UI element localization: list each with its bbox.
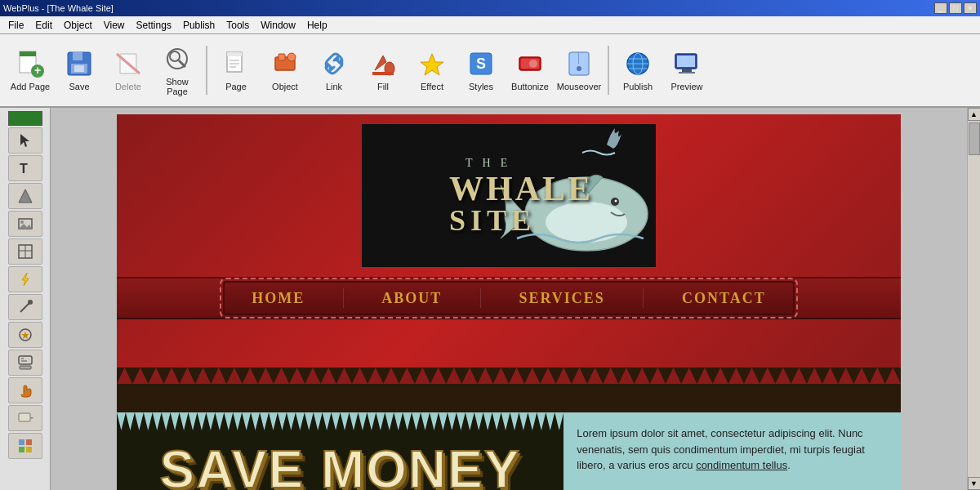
publish-button[interactable]: Publish <box>614 38 662 102</box>
image-tool[interactable] <box>8 211 42 237</box>
scroll-thumb[interactable] <box>969 122 980 155</box>
nav-services[interactable]: SERVICES <box>502 287 621 310</box>
svg-rect-5 <box>73 52 82 60</box>
menu-settings[interactable]: Settings <box>131 18 176 33</box>
nav-contact[interactable]: CONTACT <box>666 287 782 310</box>
toolbar-separator-1 <box>206 46 207 95</box>
mouseover-button[interactable]: Mouseover <box>555 38 603 102</box>
save-button[interactable]: Save <box>56 38 103 102</box>
object-label: Object <box>272 82 298 91</box>
save-money-section: SAVE MONEY <box>117 412 564 490</box>
logo-inner: THE WHALE SITE <box>362 124 656 267</box>
pen-tool[interactable] <box>8 294 42 320</box>
logo-the: THE <box>466 157 517 170</box>
styles-icon: S <box>466 49 496 78</box>
shape-tool[interactable] <box>8 183 42 209</box>
preview-label: Preview <box>670 82 702 91</box>
title-bar-text: WebPlus - [The Whale Site] <box>3 3 114 13</box>
svg-rect-7 <box>74 65 84 72</box>
bottom-content: SAVE MONEY Lorem ipsum dolor sit amet, c… <box>117 412 901 490</box>
minimize-button[interactable]: _ <box>934 2 947 14</box>
label-tool[interactable] <box>8 405 42 431</box>
menu-tools[interactable]: Tools <box>221 18 254 33</box>
effects-tool[interactable] <box>8 322 42 348</box>
page-icon <box>221 49 251 78</box>
buttonize-button[interactable]: Buttonize <box>506 38 554 102</box>
mouseover-icon <box>564 49 594 78</box>
publish-icon <box>623 49 653 78</box>
fill-button[interactable]: Fill <box>359 38 407 102</box>
scroll-down-arrow[interactable]: ▼ <box>968 477 981 490</box>
scroll-up-arrow[interactable]: ▲ <box>968 108 981 121</box>
canvas-area[interactable]: THE WHALE SITE <box>51 108 967 490</box>
nav-bar: HOME ABOUT SERVICES CONTACT <box>117 277 901 319</box>
menu-object[interactable]: Object <box>59 18 97 33</box>
site-header: THE WHALE SITE <box>117 114 901 368</box>
styles-label: Styles <box>469 82 493 91</box>
show-page-label: Show Page <box>156 77 198 96</box>
svg-text:T: T <box>20 162 28 176</box>
menu-edit[interactable]: Edit <box>30 18 57 33</box>
effect-label: Effect <box>421 82 443 91</box>
page-label: Page <box>225 82 247 91</box>
mouseover-label: Mouseover <box>557 82 601 91</box>
nav-divider-2 <box>480 288 481 308</box>
svg-point-11 <box>170 51 180 61</box>
logo-box: THE WHALE SITE <box>362 124 656 267</box>
svg-rect-65 <box>26 447 32 452</box>
logo-whale: WHALE <box>449 172 593 206</box>
show-page-button[interactable]: Show Page <box>154 38 201 102</box>
link-icon <box>319 49 349 78</box>
maximize-button[interactable]: □ <box>949 2 962 14</box>
object-button[interactable]: Object <box>261 38 309 102</box>
nav-home[interactable]: HOME <box>235 287 321 310</box>
color-swatch[interactable] <box>8 111 42 126</box>
left-toolbar: T <box>0 108 51 490</box>
text-tool[interactable]: T <box>8 155 42 181</box>
close-button[interactable]: × <box>964 2 977 14</box>
save-label: Save <box>69 82 89 91</box>
hand-tool[interactable] <box>8 377 42 403</box>
fill-label: Fill <box>377 82 389 91</box>
effect-icon <box>417 49 447 78</box>
preview-icon <box>672 49 702 78</box>
add-page-label: Add Page <box>11 82 50 91</box>
window-controls[interactable]: _ □ × <box>934 2 977 14</box>
svg-marker-46 <box>19 224 32 229</box>
menubar: File Edit Object View Settings Publish T… <box>0 16 980 34</box>
menu-help[interactable]: Help <box>302 18 332 33</box>
delete-button[interactable]: Delete <box>105 38 152 102</box>
buttonize-icon <box>515 49 545 78</box>
svg-rect-60 <box>19 413 30 421</box>
svg-point-52 <box>28 300 33 305</box>
nav-inner[interactable]: HOME ABOUT SERVICES CONTACT <box>223 281 795 315</box>
link-button[interactable]: Link <box>310 38 358 102</box>
page-button[interactable]: Page <box>212 38 260 102</box>
lorem-link[interactable]: condimentum tellus <box>696 459 787 471</box>
nav-tool[interactable] <box>8 350 42 376</box>
save-icon <box>65 49 94 78</box>
svg-rect-14 <box>227 52 242 56</box>
delete-label: Delete <box>115 82 141 91</box>
fill-icon <box>368 49 398 78</box>
select-tool[interactable] <box>8 127 42 154</box>
svg-rect-62 <box>19 439 24 445</box>
add-page-icon: + <box>16 49 45 78</box>
styles-button[interactable]: S Styles <box>457 38 505 102</box>
add-page-button[interactable]: + Add Page <box>7 38 54 102</box>
menu-file[interactable]: File <box>3 18 29 33</box>
flash-tool[interactable] <box>8 266 42 292</box>
svg-point-28 <box>529 60 537 68</box>
effect-button[interactable]: Effect <box>408 38 456 102</box>
preview-button[interactable]: Preview <box>663 38 710 102</box>
menu-view[interactable]: View <box>99 18 130 33</box>
toolbar: + Add Page Save Delete <box>0 34 980 108</box>
svg-point-69 <box>615 200 617 203</box>
table-tool[interactable] <box>8 238 42 265</box>
scrollbar-right[interactable]: ▲ ▼ <box>967 108 980 490</box>
menu-publish[interactable]: Publish <box>178 18 220 33</box>
widget-tool[interactable] <box>8 433 42 459</box>
object-icon <box>270 49 300 78</box>
menu-window[interactable]: Window <box>256 18 301 33</box>
nav-about[interactable]: ABOUT <box>365 287 458 310</box>
